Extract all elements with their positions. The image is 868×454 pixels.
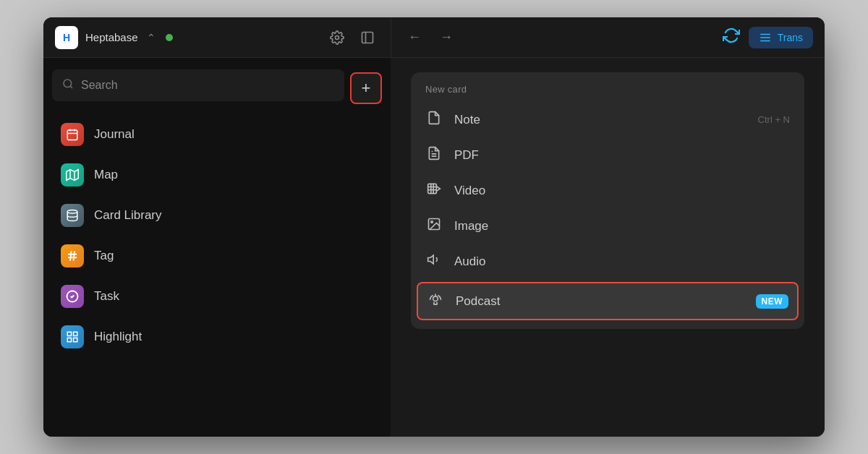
sidebar-item-map[interactable]: Map	[52, 156, 382, 194]
journal-label: Journal	[94, 127, 135, 142]
dropdown-item-note[interactable]: Note Ctrl + N	[411, 102, 804, 137]
gear-button[interactable]	[326, 26, 349, 49]
titlebar-right: ← → Trans	[391, 17, 825, 58]
workspace-chevron-icon[interactable]: ⌃	[147, 32, 156, 43]
svg-rect-27	[428, 184, 437, 193]
sidebar-item-tag[interactable]: Tag	[52, 237, 382, 275]
title-bar: H Heptabase ⌃	[43, 17, 825, 58]
dropdown-item-video[interactable]: Video	[411, 173, 804, 208]
svg-point-15	[67, 210, 77, 214]
search-placeholder: Search	[81, 79, 118, 92]
app-name: Heptabase	[85, 31, 138, 43]
audio-icon	[425, 252, 443, 270]
tag-label: Tag	[94, 249, 114, 263]
svg-rect-8	[67, 130, 77, 140]
right-panel: New card Note Ctrl + N	[391, 58, 825, 437]
image-label: Image	[454, 219, 790, 234]
status-dot	[166, 34, 173, 41]
svg-marker-34	[428, 255, 434, 264]
plus-button[interactable]: +	[350, 72, 382, 104]
note-icon	[425, 111, 443, 129]
sidebar-item-highlight[interactable]: Highlight	[52, 318, 382, 356]
map-label: Map	[94, 168, 118, 182]
titlebar-left: H Heptabase ⌃	[43, 17, 391, 58]
image-icon	[425, 217, 443, 235]
forward-button[interactable]: →	[435, 26, 458, 49]
pdf-label: PDF	[454, 148, 790, 163]
sidebar-item-journal[interactable]: Journal	[52, 116, 382, 153]
video-label: Video	[454, 184, 790, 198]
note-label: Note	[454, 113, 746, 127]
dropdown-item-image[interactable]: Image	[411, 208, 804, 244]
main-content: Search +	[43, 58, 825, 437]
map-icon	[61, 163, 84, 187]
trans-label: Trans	[778, 32, 803, 43]
svg-point-0	[336, 35, 339, 39]
svg-rect-22	[74, 332, 77, 335]
svg-rect-23	[74, 338, 77, 342]
highlight-label: Highlight	[94, 330, 142, 344]
tag-icon	[61, 244, 84, 267]
search-icon	[62, 78, 74, 93]
sidebar-item-card-library[interactable]: Card Library	[52, 197, 382, 234]
svg-point-33	[431, 221, 433, 223]
svg-rect-1	[362, 32, 373, 43]
task-icon	[61, 285, 84, 308]
trans-button[interactable]: Trans	[749, 27, 813, 48]
svg-line-7	[70, 86, 72, 88]
sidebar-item-task[interactable]: Task	[52, 278, 382, 315]
highlight-icon	[61, 325, 84, 348]
note-shortcut: Ctrl + N	[758, 114, 790, 125]
svg-point-35	[433, 296, 438, 301]
podcast-icon	[427, 292, 444, 310]
dropdown-item-audio[interactable]: Audio	[411, 244, 804, 279]
audio-label: Audio	[454, 254, 790, 269]
sidebar: Search +	[43, 58, 391, 437]
dropdown-header: New card	[411, 78, 804, 102]
dropdown-item-podcast[interactable]: Podcast NEW	[417, 282, 799, 320]
sync-icon[interactable]	[723, 27, 740, 48]
svg-line-19	[74, 251, 75, 261]
app-icon: H	[55, 26, 78, 49]
task-label: Task	[94, 289, 119, 304]
new-badge: NEW	[756, 294, 789, 309]
sidebar-toggle-button[interactable]	[356, 26, 379, 49]
search-bar[interactable]: Search	[52, 69, 344, 101]
card-library-label: Card Library	[94, 208, 162, 223]
svg-marker-12	[67, 170, 79, 181]
dropdown-menu: New card Note Ctrl + N	[411, 72, 804, 329]
svg-point-6	[64, 80, 72, 87]
app-window: H Heptabase ⌃	[43, 17, 825, 437]
video-icon	[425, 181, 443, 200]
dropdown-item-pdf[interactable]: PDF	[411, 137, 804, 173]
journal-icon	[61, 123, 84, 146]
svg-rect-21	[67, 332, 71, 335]
svg-line-18	[70, 251, 72, 261]
card-library-icon	[61, 204, 84, 227]
back-button[interactable]: ←	[403, 26, 426, 49]
podcast-label: Podcast	[456, 294, 744, 309]
svg-rect-24	[67, 338, 71, 342]
pdf-icon	[425, 146, 443, 164]
